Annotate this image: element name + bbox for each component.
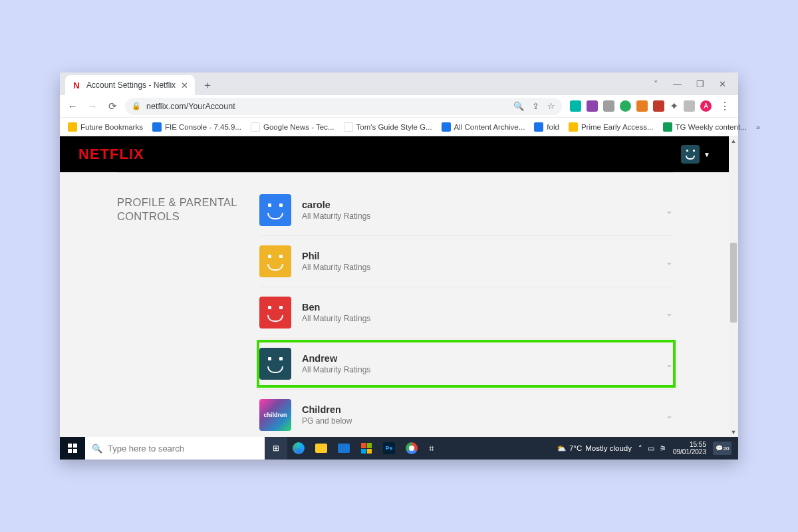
profile-name: Children [302,404,352,415]
profile-row[interactable]: children Children PG and below ⌄ [259,390,673,437]
omnibox[interactable]: 🔒 netflix.com/YourAccount 🔍 ⇪ ☆ [125,98,562,115]
profile-avatar [259,194,291,226]
wifi-icon[interactable]: ⚞ [660,444,666,453]
chevron-down-icon[interactable]: ⌄ [666,410,673,420]
lock-icon: 🔒 [132,102,141,110]
ext-icon-6[interactable] [653,100,664,112]
profile-name: carole [302,200,370,210]
battery-icon[interactable]: ▭ [648,444,654,453]
weather-widget[interactable]: ⛅ 7°C Mostly cloudy [557,444,632,453]
system-tray[interactable]: ˄ ▭ ⚞ [638,444,666,453]
bookmark-item[interactable]: fold [534,122,559,132]
chrome-icon[interactable] [400,437,423,460]
netflix-logo[interactable]: NETFLIX [78,146,144,163]
profile-avatar-icon[interactable]: A [700,100,712,112]
reload-icon[interactable]: ⟳ [105,100,120,112]
netflix-favicon: N [72,80,81,90]
notifications-icon[interactable]: 💬20 [713,442,732,455]
chevron-down-icon[interactable]: ˅ [654,79,658,89]
profile-maturity: PG and below [302,416,352,426]
profile-row[interactable]: carole All Maturity Ratings ⌄ [259,185,673,236]
taskbar-search[interactable]: 🔍 Type here to search [85,437,265,460]
photoshop-icon[interactable]: Ps [378,437,400,460]
header-profile-menu[interactable]: ▼ [681,145,710,164]
bookmark-item[interactable]: Tom's Guide Style G... [344,122,432,132]
account-section: PROFILE & PARENTAL CONTROLS carole All M… [60,173,729,437]
profile-name: Andrew [302,353,370,364]
mail-icon[interactable] [332,437,355,460]
profile-row[interactable]: Andrew All Maturity Ratings ⌄ [259,338,673,390]
page-content: NETFLIX ▼ PROFILE & PARENTAL CONTROLS [60,136,738,437]
chevron-down-icon[interactable]: ⌄ [666,257,673,267]
minimize-icon[interactable]: — [673,79,682,89]
bookmark-item[interactable]: TG Weekly content... [663,122,747,132]
scroll-up-icon[interactable]: ▲ [729,138,738,144]
section-title: PROFILE & PARENTAL CONTROLS [117,196,259,223]
close-window-icon[interactable]: ✕ [719,79,726,89]
scrollbar-thumb[interactable] [730,243,737,323]
taskbar-clock[interactable]: 15:55 09/01/2023 [673,441,706,456]
bookmarks-bar: Future Bookmarks FIE Console - 7.45.9...… [60,118,738,136]
share-icon[interactable]: ⇪ [532,101,539,111]
bookmark-item[interactable]: FIE Console - 7.45.9... [152,122,241,132]
ext-icon-4[interactable] [620,100,631,112]
edge-icon[interactable] [287,437,310,460]
start-button[interactable] [60,437,85,460]
weather-desc: Mostly cloudy [585,444,632,452]
url-bar: ← → ⟳ 🔒 netflix.com/YourAccount 🔍 ⇪ ☆ ✦ … [60,95,738,118]
forward-icon[interactable]: → [85,100,100,112]
date-text: 09/01/2023 [673,448,706,456]
profile-avatar [259,348,291,380]
ext-icon-5[interactable] [636,100,648,112]
profile-name: Phil [302,251,370,261]
bookmark-item[interactable]: Google News - Tec... [251,122,334,132]
bookmark-item[interactable]: Future Bookmarks [68,122,143,132]
url-text: netflix.com/YourAccount [146,102,235,111]
chevron-down-icon[interactable]: ⌄ [666,359,673,369]
file-explorer-icon[interactable] [310,437,332,460]
ext-icon-7[interactable] [684,100,695,112]
netflix-header: NETFLIX ▼ [60,136,729,172]
scrollbar[interactable]: ▲ ▼ [729,136,738,437]
bookmark-item[interactable]: All Content Archive... [442,122,525,132]
bookmark-item[interactable]: Prime Early Access... [569,122,654,132]
time-text: 15:55 [673,441,706,449]
chevron-down-icon[interactable]: ⌄ [666,205,673,215]
browser-tab[interactable]: N Account Settings - Netflix ✕ [65,75,195,95]
extensions-puzzle-icon[interactable]: ✦ [670,100,678,112]
slack-icon[interactable]: ⌗ [423,437,446,460]
weather-temp: 7°C [569,444,582,452]
search-placeholder: Type here to search [108,444,184,454]
chrome-menu-icon[interactable]: ⋮ [717,100,733,112]
profile-maturity: All Maturity Ratings [302,211,370,221]
bookmarks-overflow-icon[interactable]: » [756,123,760,131]
scroll-down-icon[interactable]: ▼ [729,429,738,436]
browser-window: N Account Settings - Netflix ✕ ＋ ˅ — ❐ ✕… [60,72,738,460]
profile-row[interactable]: Phil All Maturity Ratings ⌄ [259,236,673,287]
profile-maturity: All Maturity Ratings [302,314,370,323]
header-avatar [681,145,700,164]
task-view-icon[interactable]: ⊞ [265,437,287,460]
caret-down-icon: ▼ [704,151,710,158]
weather-icon: ⛅ [557,444,566,453]
profile-row[interactable]: Ben All Maturity Ratings ⌄ [259,287,673,338]
ext-icon-3[interactable] [603,100,614,112]
profile-maturity: All Maturity Ratings [302,365,370,374]
search-in-page-icon[interactable]: 🔍 [513,101,524,111]
extensions: ✦ A [567,100,712,112]
chevron-down-icon[interactable]: ⌄ [666,308,673,318]
store-icon[interactable] [355,437,378,460]
profile-avatar [259,245,291,277]
profile-avatar: children [259,399,291,431]
tray-chevron-icon[interactable]: ˄ [638,444,642,453]
back-icon[interactable]: ← [65,100,80,112]
window-controls: ˅ — ❐ ✕ [642,72,738,95]
star-icon[interactable]: ☆ [547,101,555,111]
maximize-icon[interactable]: ❐ [696,79,704,89]
tab-close-icon[interactable]: ✕ [181,80,188,90]
ext-icon-2[interactable] [587,100,598,112]
ext-icon-1[interactable] [570,100,581,112]
new-tab-button[interactable]: ＋ [199,76,216,94]
profile-maturity: All Maturity Ratings [302,263,370,272]
profile-avatar [259,297,291,329]
